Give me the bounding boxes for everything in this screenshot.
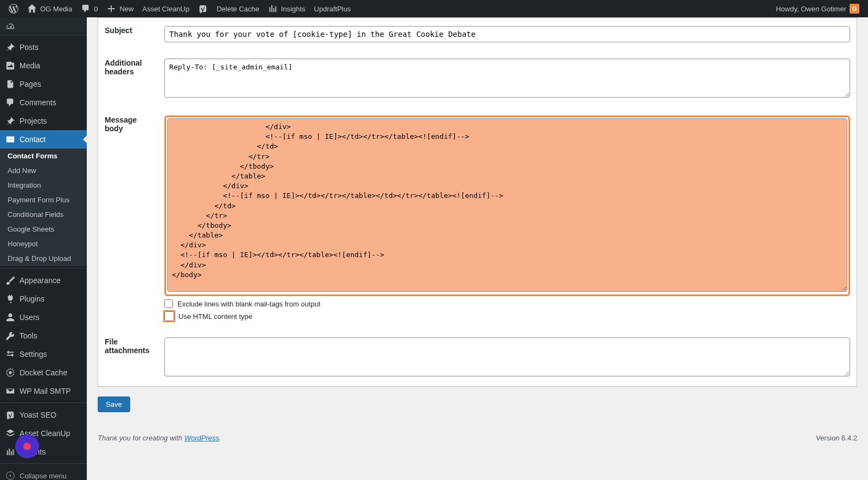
wordpress-link[interactable]: WordPress [184, 434, 219, 442]
sidebar-item-wpmail[interactable]: WP Mail SMTP [0, 382, 87, 400]
save-button[interactable]: Save [98, 396, 130, 412]
updraft-link[interactable]: UpdraftPlus [310, 0, 355, 17]
admin-sidebar: Dashboard Posts Media Pages Comments Pro… [0, 17, 87, 453]
comment-icon [5, 98, 15, 107]
sidebar-item-comments[interactable]: Comments [0, 93, 87, 112]
layers-icon [5, 428, 15, 438]
sidebar-item-projects[interactable]: Projects [0, 112, 87, 130]
sidebar-item-media[interactable]: Media [0, 56, 87, 75]
sidebar-item-insights[interactable]: Insights [0, 443, 87, 453]
exclude-blank-checkbox-row[interactable]: Exclude lines with blank mail-tags from … [164, 299, 850, 308]
sidebar-item-contact[interactable]: Contact [0, 130, 87, 149]
comment-icon [81, 4, 91, 14]
html-content-checkbox-row[interactable]: Use HTML content type [164, 311, 850, 321]
sidebar-item-posts[interactable]: Posts [0, 38, 87, 56]
submenu-drag-drop[interactable]: Drag & Drop Upload [0, 251, 87, 266]
body-textarea[interactable]: </div> <!--[if mso | IE]></td></tr></tab… [167, 118, 847, 292]
footer-version: Version 6.4.2 [816, 434, 857, 442]
html-content-checkbox[interactable] [164, 311, 174, 321]
sidebar-item-pages[interactable]: Pages [0, 75, 87, 93]
sidebar-item-dashboard[interactable]: Dashboard [0, 17, 87, 33]
plus-icon [106, 4, 116, 14]
avatar: G [850, 4, 859, 14]
footer-thanks: Thank you for creating with WordPress. [98, 434, 221, 442]
comments-count: 0 [94, 5, 98, 13]
insights-toolbar-link[interactable]: Insights [264, 0, 310, 17]
chart-icon [268, 4, 278, 14]
submenu-conditional[interactable]: Conditional Fields [0, 207, 87, 222]
subject-input[interactable] [164, 26, 850, 42]
pin-icon [5, 42, 15, 52]
user-icon [5, 312, 15, 322]
sliders-icon [5, 349, 15, 359]
sidebar-item-plugins[interactable]: Plugins [0, 290, 87, 308]
media-icon [5, 61, 15, 71]
pin-icon [5, 116, 15, 126]
submenu-payment[interactable]: Payment Form Plus [0, 193, 87, 207]
delete-cache-link[interactable]: Delete Cache [212, 0, 264, 17]
yoast-icon [5, 410, 15, 420]
asset-cleanup-toolbar[interactable]: Asset CleanUp [138, 0, 194, 17]
contact-submenu: Contact Forms Add New Integration Paymen… [0, 149, 87, 266]
new-content-link[interactable]: New [102, 0, 138, 17]
sidebar-item-settings[interactable]: Settings [0, 345, 87, 363]
headers-label: Additional headers [98, 50, 158, 107]
exclude-blank-checkbox[interactable] [164, 299, 173, 308]
wordpress-icon [9, 4, 18, 14]
chart-icon [5, 447, 15, 453]
admin-toolbar: OG Media 0 New Asset CleanUp Delete Cach… [0, 0, 868, 17]
gauge-icon [5, 22, 15, 31]
submenu-integration[interactable]: Integration [0, 178, 87, 193]
sidebar-item-tools[interactable]: Tools [0, 327, 87, 345]
comments-link[interactable]: 0 [76, 0, 102, 17]
submenu-sheets[interactable]: Google Sheets [0, 222, 87, 236]
yoast-icon [198, 4, 208, 14]
howdy-text: Howdy, Owen Gotimer [776, 5, 846, 13]
subject-label: Subject [98, 18, 158, 50]
new-label: New [119, 5, 133, 13]
plugin-icon [5, 294, 15, 304]
attachments-label: File attachments [98, 329, 158, 386]
body-highlight-wrapper: </div> <!--[if mso | IE]></td></tr></tab… [164, 116, 850, 296]
yoast-toolbar-icon[interactable] [194, 0, 212, 17]
wp-logo[interactable] [4, 0, 23, 17]
wrench-icon [5, 331, 15, 341]
envelope-icon [5, 386, 15, 396]
page-icon [5, 79, 15, 89]
submenu-add-new[interactable]: Add New [0, 163, 87, 178]
sidebar-item-appearance[interactable]: Appearance [0, 271, 87, 290]
sidebar-item-asset-cleanup[interactable]: Asset CleanUp [0, 424, 87, 443]
sidebar-item-docket[interactable]: Docket Cache [0, 363, 87, 382]
gear-icon [5, 368, 15, 377]
body-label: Message body [98, 107, 158, 329]
site-home-link[interactable]: OG Media [23, 0, 76, 17]
site-name: OG Media [40, 5, 72, 13]
sidebar-item-users[interactable]: Users [0, 308, 87, 327]
brush-icon [5, 276, 15, 285]
mail-panel: Subject Additional headers Reply-To: [_s… [98, 17, 857, 387]
home-icon [27, 4, 37, 14]
submenu-contact-forms[interactable]: Contact Forms [0, 149, 87, 163]
sidebar-item-yoast[interactable]: Yoast SEO [0, 406, 87, 424]
svg-point-0 [9, 371, 11, 374]
headers-textarea[interactable]: Reply-To: [_site_admin_email] [164, 59, 850, 98]
user-account-link[interactable]: Howdy, Owen GotimerG [771, 0, 864, 17]
attachments-textarea[interactable] [164, 337, 850, 376]
mail-icon [5, 135, 15, 144]
submenu-honeypot[interactable]: Honeypot [0, 236, 87, 251]
